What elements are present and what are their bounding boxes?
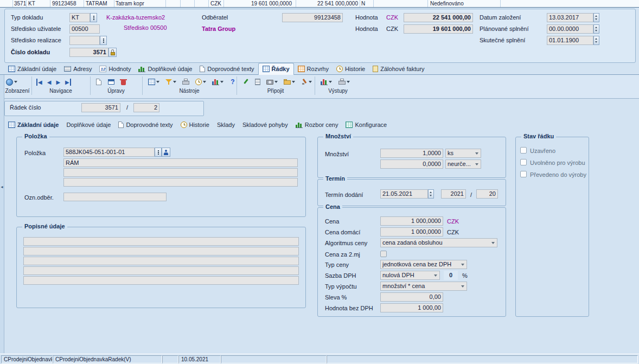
uzavreno-checkbox[interactable] xyxy=(520,147,527,154)
tab-doplnkove-udaje[interactable]: Doplňkové údaje xyxy=(135,63,196,75)
jednotka-select-1[interactable]: ks xyxy=(445,149,481,158)
lock-button[interactable] xyxy=(108,48,117,57)
datum-zalozeni-spinner[interactable] xyxy=(593,13,599,22)
tab-doprovodne-texty[interactable]: Doprovodné texty xyxy=(196,63,258,75)
nav-last-button[interactable]: ▶ xyxy=(63,76,73,87)
nav-first-button[interactable]: ◀ xyxy=(35,76,44,87)
termin-dodani-spinner[interactable] xyxy=(428,189,434,199)
datum-zalozeni-field[interactable]: 13.03.2017 xyxy=(547,13,593,22)
status-cell-class: CProdejniObjednavk xyxy=(1,355,53,363)
tab-rozvrhy[interactable]: Rozvrhy xyxy=(294,63,333,75)
ozn-odber-field[interactable] xyxy=(63,193,167,201)
mnozstvi-field-1[interactable]: 1,0000 xyxy=(380,149,443,158)
view-button[interactable] xyxy=(4,76,19,87)
collapse-arrow-icon[interactable]: ◄ xyxy=(0,183,4,191)
typ-ceny-select[interactable]: jednotková cena bez DPH xyxy=(380,260,467,269)
typ-dokladu-field[interactable]: KT xyxy=(69,13,90,22)
radek-cislo-field[interactable]: 3571 xyxy=(81,103,120,112)
analysis-button[interactable] xyxy=(210,76,225,87)
hodnota2-currency: CZK xyxy=(386,25,398,32)
step-backward-icon: ◀ xyxy=(36,79,42,86)
cena-domaci-field[interactable]: 1 000,0000 xyxy=(380,227,443,237)
radek-poradi-field[interactable]: 2 xyxy=(133,103,159,112)
cislo-dokladu-field[interactable]: 3571 xyxy=(69,48,108,57)
planovane-splneni-spinner[interactable] xyxy=(593,24,599,34)
tab-hodnoty[interactable]: 12Hodnoty xyxy=(95,63,135,75)
subtab-doprovodne-texty[interactable]: Doprovodné texty xyxy=(114,120,176,129)
attach-file-button[interactable] xyxy=(282,76,297,87)
left-splitter[interactable]: ◄ xyxy=(0,75,4,353)
grid-cell: Nedefinováno xyxy=(430,0,464,7)
skutecne-splneni-spinner[interactable] xyxy=(593,36,599,45)
stredisko-uzivatele-desc[interactable]: Středisko 00500 xyxy=(124,24,167,31)
polozka-field[interactable]: 588JK045-051-001-01 xyxy=(63,148,155,157)
nav-prev-button[interactable]: ◀ xyxy=(46,76,53,87)
report-icon xyxy=(321,79,328,85)
attach-drawing-button[interactable] xyxy=(299,76,314,87)
subtab-zakladni-udaje[interactable]: Základní údaje xyxy=(4,120,62,129)
rok-field[interactable]: 2021 xyxy=(441,189,466,199)
polozka-detail-button[interactable] xyxy=(162,148,170,157)
toolbar-group-nastroje: ? xyxy=(146,76,238,87)
subtab-sklady[interactable]: Sklady xyxy=(213,120,239,129)
table-tools-button[interactable] xyxy=(146,76,161,87)
skutecne-splneni-field[interactable]: 01.01.1900 xyxy=(547,36,593,45)
subtab-skladove-pohyby[interactable]: Skladové pohyby xyxy=(239,120,292,129)
planovane-splneni-field[interactable]: 00.00.0000 xyxy=(547,24,593,34)
orders-grid-row[interactable]: 3571 KT 99123458 TATRAM Tatram kopr CZK … xyxy=(0,0,639,8)
grid-cell: Tatram kopr xyxy=(116,0,144,7)
nav-next-button[interactable]: ▶ xyxy=(54,76,62,87)
output-print-button[interactable] xyxy=(337,76,352,87)
attach-note-button[interactable] xyxy=(241,76,251,87)
tab-zakladni-udaje[interactable]: Základní údaje xyxy=(4,63,60,75)
brush-icon xyxy=(301,79,308,85)
mnozstvi-label: Množství xyxy=(325,151,349,157)
popisny-udaj-field-5 xyxy=(23,276,299,285)
termin-dodani-field[interactable]: 21.05.2021 xyxy=(380,189,428,199)
grid-cell: TATRAM xyxy=(86,0,107,7)
chart-icon xyxy=(212,79,219,85)
stredisko-realizace-lookup-button[interactable] xyxy=(100,36,107,45)
tyden-field[interactable]: 20 xyxy=(476,189,498,199)
delete-button[interactable] xyxy=(119,76,127,87)
cena-za-2mj-checkbox[interactable] xyxy=(380,251,387,257)
subtab-konfigurace[interactable]: Konfigurace xyxy=(342,120,391,129)
grid-cell: KT xyxy=(28,0,35,7)
uvolneno-checkbox[interactable] xyxy=(520,159,527,165)
sleva-field[interactable]: 0,00 xyxy=(380,292,443,302)
cena-field[interactable]: 1 000,0000 xyxy=(380,216,443,226)
tab-adresy[interactable]: Adresy xyxy=(60,63,95,75)
polozka-lookup-button[interactable] xyxy=(155,148,162,157)
sazba-dph-select[interactable]: nulová DPH xyxy=(380,271,440,280)
odberatel-name[interactable]: Tatra Group xyxy=(202,25,235,32)
edit-button[interactable] xyxy=(106,76,116,87)
subtab-historie[interactable]: Historie xyxy=(177,120,213,129)
tab-radky[interactable]: Řádky xyxy=(258,63,294,75)
attach-list-button[interactable] xyxy=(253,76,262,87)
subtab-doplnkove-udaje[interactable]: Doplňkové údaje xyxy=(62,120,114,129)
output-report-button[interactable] xyxy=(319,76,334,87)
skutecne-splneni-label: Skutečné splnění xyxy=(480,37,525,43)
new-button[interactable] xyxy=(94,76,103,87)
tab-zalohove-faktury[interactable]: Zálohové faktury xyxy=(369,63,428,75)
history-tools-button[interactable] xyxy=(194,76,208,87)
odberatel-field[interactable]: 99123458 xyxy=(282,13,343,22)
print-tools-button[interactable] xyxy=(181,76,191,87)
document-icon xyxy=(118,122,124,128)
typ-dokladu-desc[interactable]: K-zakázka-tuzemsko2 xyxy=(106,14,165,21)
typ-dokladu-lookup-button[interactable] xyxy=(90,13,97,22)
typ-vypoctu-select[interactable]: množství * cena xyxy=(380,282,467,291)
grid-icon xyxy=(8,122,15,128)
cena-group: Cena Cena 1 000,0000 CZK Cena domácí 1 0… xyxy=(317,207,506,317)
subtab-rozbor-ceny[interactable]: Rozbor ceny xyxy=(292,120,342,129)
stredisko-uzivatele-field[interactable]: 00500 xyxy=(69,24,100,34)
tab-historie[interactable]: Historie xyxy=(333,63,369,75)
algoritmus-ceny-select[interactable]: cena zadaná obsluhou xyxy=(380,238,497,247)
grid-cell: 22 541 000,0000 xyxy=(299,0,358,7)
attach-image-button[interactable] xyxy=(265,76,279,87)
stredisko-realizace-field[interactable] xyxy=(69,36,100,45)
filter-button[interactable] xyxy=(164,76,178,87)
mnozstvi-field-2[interactable]: 0,0000 xyxy=(380,159,443,169)
jednotka-select-2[interactable]: neurče... xyxy=(445,159,481,169)
prevedeno-checkbox[interactable] xyxy=(520,171,527,177)
